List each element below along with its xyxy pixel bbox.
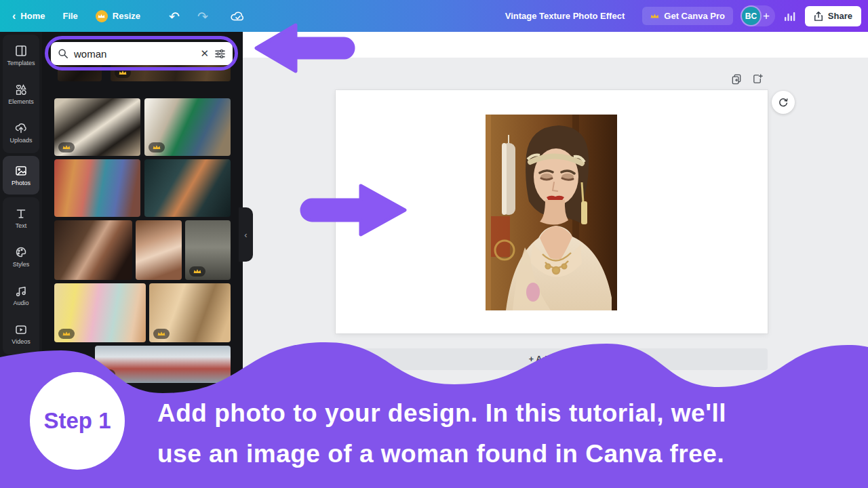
share-label: Share — [828, 11, 852, 21]
tutorial-caption: Add photo to your design. In this tutori… — [157, 393, 835, 474]
file-label: File — [62, 11, 77, 21]
resize-button[interactable]: Resize — [96, 10, 140, 22]
caption-line-2: use an image of a woman found in Canva f… — [157, 434, 835, 474]
duplicate-page-icon[interactable] — [731, 73, 743, 85]
analytics-icon[interactable] — [783, 10, 797, 22]
refresh-button[interactable] — [772, 91, 795, 114]
file-menu-button[interactable]: File — [62, 11, 77, 21]
photo-result-8[interactable] — [136, 220, 182, 280]
woman-photo[interactable] — [486, 115, 617, 310]
photo-result-10[interactable] — [54, 283, 146, 342]
undo-button[interactable]: ↶ — [169, 9, 180, 24]
photos-icon — [14, 164, 28, 178]
photo-result-11[interactable] — [149, 283, 231, 342]
panel-collapse-handle[interactable]: ‹ — [239, 207, 253, 262]
pro-crown-icon — [115, 68, 131, 78]
filter-sliders-icon[interactable] — [214, 48, 226, 60]
crown-icon — [96, 10, 108, 22]
uploads-icon — [14, 121, 28, 135]
sidebar-item-templates[interactable]: Templates — [3, 36, 39, 75]
home-label: Home — [20, 11, 45, 21]
sidebar-group-top: Templates Elements Uploads — [3, 35, 39, 153]
audio-icon — [14, 284, 28, 298]
left-arrow-annotation — [252, 22, 355, 75]
pro-crown-icon — [149, 142, 165, 152]
right-arrow-annotation — [300, 182, 408, 239]
sidebar-item-audio[interactable]: Audio — [3, 276, 39, 314]
photo-result-5[interactable] — [54, 159, 140, 217]
cloud-sync-icon — [230, 10, 246, 22]
search-box[interactable]: ✕ — [51, 42, 233, 65]
search-input[interactable] — [74, 48, 195, 60]
step-badge-label: Step 1 — [43, 408, 111, 434]
photo-result-3[interactable] — [54, 98, 140, 156]
videos-icon — [14, 323, 28, 336]
pro-crown-icon — [189, 266, 205, 277]
account-group: BC + — [741, 5, 775, 26]
photo-result-4[interactable] — [144, 98, 231, 156]
styles-icon — [14, 245, 28, 259]
redo-button[interactable]: ↷ — [197, 9, 208, 24]
text-icon — [14, 207, 28, 220]
share-button[interactable]: Share — [805, 6, 861, 26]
templates-icon — [14, 44, 28, 58]
resize-label: Resize — [113, 11, 140, 21]
photo-result-6[interactable] — [144, 159, 231, 217]
back-chevron-icon: ‹ — [12, 11, 16, 22]
crown-icon — [650, 13, 659, 20]
elements-icon — [14, 83, 28, 96]
caption-line-1: Add photo to your design. In this tutori… — [157, 393, 835, 434]
sidebar-item-elements[interactable]: Elements — [3, 75, 39, 113]
top-bar: ‹ Home File Resize ↶ ↷ Vintage Textu — [0, 0, 868, 32]
design-title[interactable]: Vintage Texture Photo Effect — [484, 0, 646, 32]
photo-result-7[interactable] — [54, 220, 132, 280]
sidebar-item-photos[interactable]: Photos — [3, 156, 39, 195]
add-member-button[interactable]: + — [763, 9, 770, 23]
avatar[interactable]: BC — [742, 7, 760, 25]
add-page-icon[interactable] — [752, 73, 764, 85]
sidebar-group-bottom: Text Styles Audio Videos — [3, 197, 39, 354]
share-upload-icon — [814, 11, 823, 22]
pro-crown-icon — [58, 142, 75, 152]
photo-result-9[interactable] — [185, 220, 231, 280]
get-pro-label: Get Canva Pro — [664, 11, 725, 21]
step-badge: Step 1 — [30, 372, 125, 470]
canva-editor-screenshot: ‹ Home File Resize ↶ ↷ Vintage Textu — [0, 0, 868, 488]
get-canva-pro-button[interactable]: Get Canva Pro — [642, 7, 733, 25]
sidebar-item-styles[interactable]: Styles — [3, 237, 39, 276]
search-icon — [58, 48, 68, 59]
sidebar-item-text[interactable]: Text — [3, 199, 39, 237]
home-button[interactable]: ‹ Home — [12, 11, 45, 22]
sidebar-item-uploads[interactable]: Uploads — [3, 113, 39, 152]
clear-search-icon[interactable]: ✕ — [200, 47, 209, 60]
